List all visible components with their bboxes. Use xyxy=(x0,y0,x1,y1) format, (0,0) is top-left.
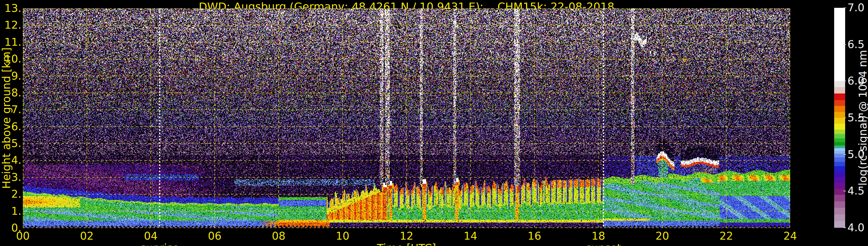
y-tick-label: 4. xyxy=(0,155,22,166)
colorbar-segment xyxy=(834,100,845,106)
x-axis-label: Time [UTC] xyxy=(363,243,450,246)
ceilometer-quicklook: DWD: Augsburg (Germany; 48.4261 N / 10.9… xyxy=(0,0,868,246)
y-tick-label: 6. xyxy=(0,121,22,132)
colorbar-segment xyxy=(834,124,845,129)
colorbar-segment xyxy=(834,151,845,154)
colorbar-label: log(rc-signal) @ 1064 nm xyxy=(857,50,868,186)
colorbar-tick-label: 7.0 xyxy=(847,2,868,13)
colorbar-tick-mark xyxy=(843,154,846,155)
x-tick-label: 06 xyxy=(194,230,235,242)
x-tick-label: 20 xyxy=(642,230,683,242)
colorbar-segment xyxy=(834,214,845,221)
colorbar-tick-mark xyxy=(843,118,846,118)
y-tick-label: 3. xyxy=(0,172,22,183)
y-tick-label: 5. xyxy=(0,138,22,149)
colorbar-segment xyxy=(834,139,845,142)
heatmap-canvas xyxy=(23,8,790,228)
colorbar-tick-mark xyxy=(843,81,846,81)
colorbar-tick-label: 6.5 xyxy=(847,39,868,50)
y-tick-label: 12. xyxy=(0,20,22,31)
plot-area xyxy=(23,8,790,228)
x-tick-label: 22 xyxy=(706,230,746,242)
y-axis-label: Height above ground [km] xyxy=(0,48,13,189)
x-tick-label: 10 xyxy=(322,230,363,242)
colorbar-segment xyxy=(834,177,845,183)
x-tick-label: 24 xyxy=(770,230,810,242)
colorbar-tick-mark xyxy=(843,227,846,228)
colorbar-tick-mark xyxy=(843,44,846,45)
colorbar-segment xyxy=(834,112,845,118)
colorbar-segment xyxy=(834,118,845,124)
colorbar-segment xyxy=(834,171,845,177)
y-tick-label: 1. xyxy=(0,206,22,217)
y-tick-label: 13. xyxy=(0,3,22,14)
x-tick-label: 08 xyxy=(258,230,299,242)
sunrise-label: sunrise xyxy=(116,243,203,246)
colorbar-tick-label: 4.0 xyxy=(847,222,868,234)
colorbar-segment xyxy=(834,157,845,162)
x-tick-label: 00 xyxy=(3,230,43,242)
y-tick-label: 2. xyxy=(0,188,22,200)
colorbar-segment xyxy=(834,208,845,214)
colorbar-segment xyxy=(834,106,845,112)
colorbar-segment xyxy=(834,146,845,148)
x-tick-label: 02 xyxy=(66,230,107,242)
x-tick-label: 14 xyxy=(450,230,491,242)
y-tick-label: 8. xyxy=(0,87,22,99)
colorbar-tick-label: 4.5 xyxy=(847,185,868,197)
colorbar-segment xyxy=(834,189,845,195)
colorbar-segment xyxy=(834,93,845,100)
y-tick-label: 11. xyxy=(0,36,22,48)
colorbar-segment xyxy=(834,142,845,146)
colorbar-segment xyxy=(834,166,845,171)
y-tick-label: 7. xyxy=(0,104,22,116)
colorbar-segment xyxy=(834,202,845,208)
colorbar-segment xyxy=(834,130,845,134)
colorbar-segment xyxy=(834,162,845,166)
x-tick-label: 04 xyxy=(130,230,171,242)
y-tick-label: 9. xyxy=(0,70,22,82)
colorbar-tick-mark xyxy=(843,191,846,191)
colorbar-tick-mark xyxy=(843,7,846,8)
colorbar-segment xyxy=(834,81,845,87)
colorbar-segment xyxy=(834,183,845,189)
colorbar-segment xyxy=(834,148,845,151)
colorbar-segment xyxy=(834,195,845,202)
colorbar-segment xyxy=(834,221,845,228)
sunset-label: sunset xyxy=(560,243,647,246)
colorbar-segment xyxy=(834,87,845,94)
y-tick-label: 10. xyxy=(0,53,22,65)
x-tick-label: 18 xyxy=(578,230,619,242)
x-tick-label: 16 xyxy=(514,230,555,242)
colorbar-segment xyxy=(834,134,845,139)
x-tick-label: 12 xyxy=(386,230,427,242)
